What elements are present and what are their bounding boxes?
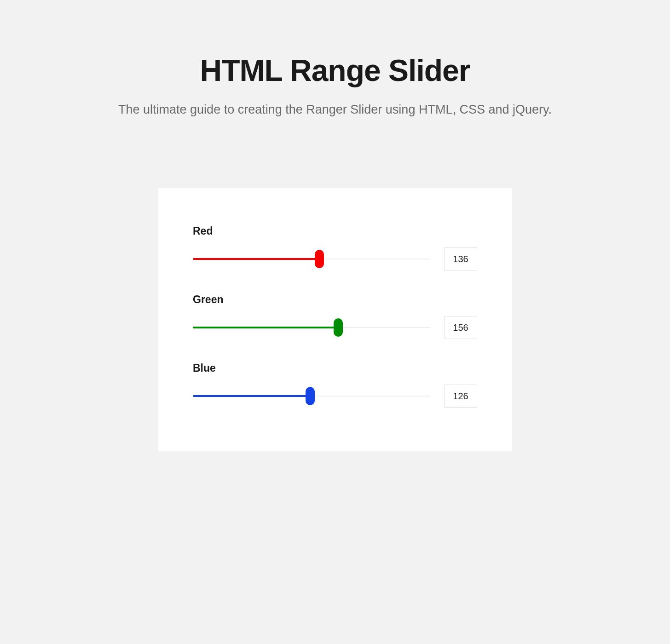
slider-fill-red: [193, 258, 319, 260]
blue-value-input[interactable]: [444, 385, 477, 408]
slider-group-green: Green: [193, 293, 477, 339]
slider-thumb-blue[interactable]: [306, 387, 315, 405]
red-slider[interactable]: [193, 250, 430, 268]
slider-label-green: Green: [193, 293, 477, 306]
slider-label-red: Red: [193, 225, 477, 237]
page-subtitle: The ultimate guide to creating the Range…: [0, 103, 670, 117]
green-value-input[interactable]: [444, 316, 477, 339]
slider-thumb-red[interactable]: [315, 250, 324, 268]
slider-label-blue: Blue: [193, 362, 477, 374]
slider-fill-green: [193, 327, 338, 328]
slider-thumb-green[interactable]: [334, 318, 343, 337]
slider-card: Red Green: [158, 188, 512, 451]
green-slider[interactable]: [193, 318, 430, 337]
slider-group-red: Red: [193, 225, 477, 270]
page-title: HTML Range Slider: [0, 53, 670, 88]
slider-group-blue: Blue: [193, 362, 477, 408]
blue-slider[interactable]: [193, 387, 430, 405]
red-value-input[interactable]: [444, 247, 477, 270]
slider-fill-blue: [193, 395, 310, 397]
